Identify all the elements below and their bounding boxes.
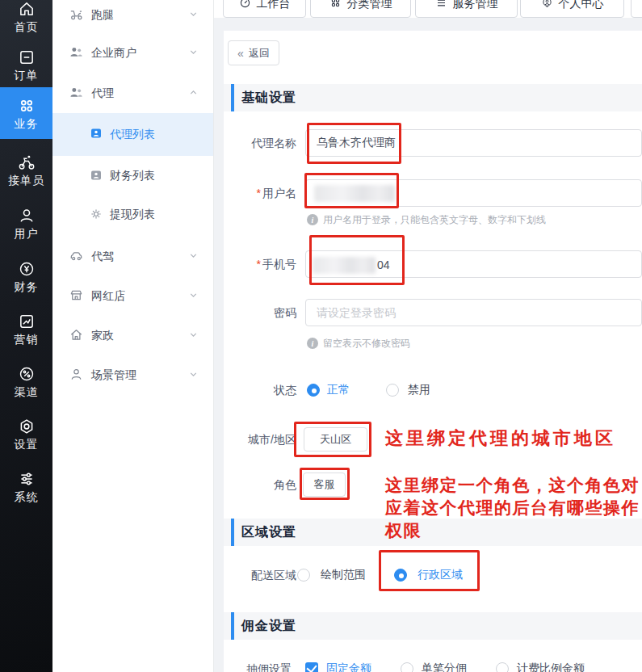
sidebar-item-orders[interactable]: 订单 [0, 42, 52, 87]
delivery-option-label[interactable]: 行政区域 [418, 568, 463, 582]
delivery-radio-draw-range[interactable] [297, 569, 310, 582]
sidebar-item-channel[interactable]: 渠道 [0, 359, 52, 404]
annotation-line: 应着这个代理的后台有哪些操作 [385, 497, 640, 519]
sidebar-item-business[interactable]: 业务 [0, 87, 52, 139]
city-input[interactable] [304, 427, 367, 452]
commission-mode-group: 固定金额 单笔分佣 计费比例金额 [305, 656, 585, 672]
menu-item-online-shop[interactable]: 网红店 [52, 276, 213, 317]
menu-item-scene-management[interactable]: 场景管理 [52, 355, 213, 396]
back-button[interactable]: « 返回 [228, 40, 279, 65]
delivery-option-label[interactable]: 绘制范围 [321, 568, 366, 582]
contact-card-icon [90, 169, 103, 184]
chevron-up-icon [188, 87, 199, 100]
info-icon: i [307, 338, 318, 349]
tab-category-management[interactable]: 分类管理 [310, 0, 411, 18]
sidebar-item-system[interactable]: 系统 [0, 464, 52, 509]
tab-workbench[interactable]: 工作台 [223, 0, 306, 18]
status-option-label[interactable]: 正常 [327, 383, 350, 397]
commission-radio-per-order[interactable] [401, 662, 413, 672]
commission-option-label[interactable]: 单笔分佣 [422, 662, 467, 672]
menu-item-label: 网红店 [91, 289, 125, 304]
section-accent-bar [231, 612, 234, 640]
tab-service-management[interactable]: 服务管理 [415, 0, 518, 18]
menu-item-label: 代理 [91, 86, 114, 101]
menu-item-label: 跑腿 [91, 8, 114, 23]
tab-profile-center[interactable]: 个人中心 [520, 0, 624, 18]
chevron-down-icon [188, 369, 199, 382]
chevron-down-icon [188, 250, 199, 263]
back-button-label: 返回 [249, 46, 270, 61]
settings-hex-icon [18, 418, 36, 435]
content-card: « 返回 基础设置 代理名称 *用户名 i 用户名用于登录，只能包含英文字母、数… [224, 31, 642, 672]
sidebar-item-users[interactable]: 用户 [0, 200, 52, 246]
sidebar-item-finance[interactable]: 财务 [0, 254, 52, 299]
section-accent-bar [231, 519, 234, 546]
commission-option-label[interactable]: 固定金额 [326, 662, 371, 672]
sidebar-item-label: 用户 [15, 227, 39, 240]
tab-partial[interactable] [631, 0, 642, 18]
list-icon [435, 0, 447, 11]
phone-visible-suffix: 04 [377, 258, 390, 271]
sidebar-item-label: 业务 [15, 117, 39, 130]
section-title: 佣金设置 [241, 618, 296, 635]
status-radio-disabled[interactable] [386, 384, 399, 397]
password-input[interactable] [305, 299, 642, 326]
business-grid-icon [18, 97, 36, 115]
sidebar-item-couriers[interactable]: 接单员 [0, 147, 52, 192]
username-help: i 用户名用于登录，只能包含英文字母、数字和下划线 [307, 213, 546, 226]
chevron-down-icon [188, 47, 199, 60]
sidebar-item-label: 接单员 [8, 174, 44, 187]
delivery-radio-admin-region[interactable] [394, 569, 407, 582]
menu-item-label: 代理列表 [110, 128, 155, 142]
sidebar-item-label: 营销 [15, 333, 39, 346]
commission-option-label[interactable]: 计费比例金额 [517, 662, 585, 672]
required-asterisk: * [257, 258, 261, 271]
commission-checkbox-fixed[interactable] [305, 662, 318, 672]
menu-item-finance-list[interactable]: 财务列表 [52, 157, 213, 195]
section-accent-bar [231, 84, 234, 111]
status-radio-normal[interactable] [307, 384, 320, 397]
role-input[interactable] [303, 472, 346, 497]
menu-item-agents[interactable]: 代理 [52, 74, 213, 114]
sidebar-item-settings[interactable]: 设置 [0, 411, 52, 456]
section-title: 区域设置 [241, 524, 296, 541]
status-label: 状态 [224, 382, 296, 398]
sidebar-item-home[interactable]: 首页 [0, 0, 52, 39]
sidebar-item-marketing[interactable]: 营销 [0, 306, 52, 351]
finance-yen-icon [18, 260, 36, 278]
sidebar-item-label: 订单 [15, 69, 39, 82]
sidebar-item-label: 渠道 [15, 385, 39, 398]
chevron-down-icon [188, 9, 199, 22]
menu-item-housekeeping[interactable]: 家政 [52, 316, 213, 356]
commission-radio-billing-ratio[interactable] [496, 662, 509, 672]
menu-item-agent-list[interactable]: 代理列表 [52, 113, 213, 156]
menu-item-enterprise-merchants[interactable]: 企业商户 [52, 33, 213, 74]
grid-icon [329, 0, 342, 11]
username-help-text: 用户名用于登录，只能包含英文字母、数字和下划线 [323, 213, 546, 227]
menu-item-label: 企业商户 [91, 46, 136, 61]
tab-label: 服务管理 [453, 0, 498, 11]
menu-item-errand[interactable]: 跑腿 [52, 0, 213, 36]
home-icon [18, 0, 36, 18]
primary-sidebar: 首页 订单 业务 接单员 用户 财务 营销 渠道 设置 系统 [0, 0, 52, 672]
sidebar-item-label: 系统 [15, 490, 39, 503]
shop-icon [69, 288, 84, 305]
channel-compass-icon [18, 365, 36, 383]
car-icon [69, 248, 84, 266]
commission-mode-label: 抽佣设置 [224, 661, 292, 672]
annotation-line: 这里绑定一个角色，这个角色对 [385, 474, 640, 497]
status-option-label[interactable]: 禁用 [408, 383, 430, 397]
info-icon: i [307, 214, 318, 225]
people-icon [69, 85, 84, 103]
secondary-sidebar: 跑腿 企业商户 代理 代理列表 财务列表 提现列表 代驾 网红店 家政 [52, 0, 214, 672]
username-label: *用户名 [224, 185, 296, 201]
tab-label: 分类管理 [347, 0, 392, 11]
menu-item-withdraw-list[interactable]: 提现列表 [52, 195, 213, 234]
agent-name-input[interactable] [305, 129, 642, 157]
agent-name-label: 代理名称 [224, 135, 296, 151]
menu-item-driving[interactable]: 代驾 [52, 237, 213, 277]
section-basic-settings: 基础设置 [224, 84, 642, 111]
sidebar-item-label: 首页 [15, 20, 39, 33]
password-help-text: 留空表示不修改密码 [323, 337, 410, 351]
system-sliders-icon [18, 470, 36, 488]
